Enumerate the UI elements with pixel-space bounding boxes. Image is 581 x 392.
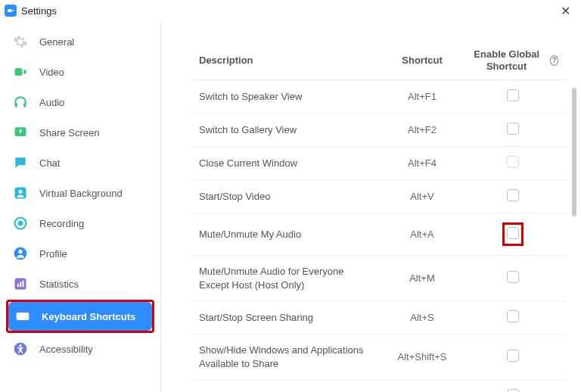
virtual-bg-icon: [12, 185, 29, 201]
sidebar-item-general[interactable]: General: [6, 27, 154, 56]
col-header-enable: Enable Global Shortcut ?: [468, 48, 558, 72]
svg-rect-11: [17, 284, 19, 287]
window-title: Settings: [21, 5, 57, 17]
sidebar-item-video[interactable]: Video: [6, 58, 154, 86]
row-description: Mute/Unmute My Audio: [199, 228, 377, 241]
row-description: Show/Hide Windows and Applications Avail…: [199, 344, 377, 370]
sidebar-item-keyboard-shortcuts[interactable]: Keyboard Shortcuts: [8, 302, 152, 331]
record-icon: [12, 215, 29, 232]
row-shortcut[interactable]: Alt+F4: [377, 157, 468, 169]
svg-rect-12: [20, 282, 21, 288]
keyboard-icon: [14, 308, 31, 325]
sidebar-item-recording[interactable]: Recording: [6, 209, 154, 238]
sidebar-item-accessibility[interactable]: Accessibility: [6, 334, 154, 363]
profile-icon: [12, 245, 29, 262]
table-row: Close Current Window Alt+F4: [191, 147, 566, 180]
table-row: Start/Stop Video Alt+V: [191, 180, 566, 213]
sidebar-item-label: Keyboard Shortcuts: [42, 311, 135, 322]
row-enable-checkbox[interactable]: [507, 310, 519, 322]
row-shortcut[interactable]: Alt+F2: [377, 124, 468, 135]
sidebar-item-label: Statistics: [39, 278, 79, 290]
gear-icon: [12, 33, 29, 50]
sidebar-item-label: General: [39, 36, 74, 48]
row-enable-checkbox[interactable]: [507, 350, 519, 362]
row-enable-checkbox[interactable]: [507, 389, 519, 392]
row-description: Start/Stop Video: [199, 190, 377, 204]
sidebar-item-label: Recording: [39, 218, 84, 229]
headphones-icon: [12, 94, 29, 110]
row-description: Switch to Speaker View: [199, 90, 377, 104]
video-icon: [12, 64, 29, 80]
svg-rect-16: [21, 315, 23, 316]
sidebar-item-label: Virtual Background: [39, 188, 123, 199]
svg-rect-19: [20, 317, 26, 319]
row-enable-checkbox[interactable]: [507, 156, 519, 168]
sidebar-item-audio[interactable]: Audio: [6, 88, 154, 117]
row-shortcut[interactable]: Alt+F1: [377, 91, 468, 102]
col-header-description: Description: [199, 54, 377, 66]
sidebar: General Video Audio Share Screen: [0, 21, 161, 392]
sidebar-item-label: Profile: [39, 248, 67, 260]
table-row: Mute/Unmute My Audio Alt+A: [191, 213, 566, 256]
row-enable-checkbox[interactable]: [507, 123, 519, 135]
col-header-shortcut: Shortcut: [377, 54, 468, 66]
row-enable-checkbox[interactable]: [507, 189, 519, 201]
svg-point-5: [19, 190, 23, 194]
table-row: Mute/Unmute Audio for Everyone Except Ho…: [191, 256, 566, 301]
sidebar-item-share-screen[interactable]: Share Screen: [6, 118, 154, 147]
svg-rect-1: [15, 103, 17, 107]
main-panel: Description Shortcut Enable Global Short…: [161, 21, 581, 392]
scrollbar[interactable]: [572, 88, 576, 378]
row-description: Close Current Window: [199, 157, 377, 170]
sidebar-item-label: Accessibility: [39, 344, 93, 355]
table-row: Switch to Speaker View Alt+F1: [191, 80, 566, 114]
row-shortcut[interactable]: Alt+M: [377, 272, 468, 284]
sidebar-item-virtual-background[interactable]: Virtual Background: [6, 179, 154, 207]
row-shortcut[interactable]: Alt+Shift+S: [377, 351, 468, 362]
row-enable-checkbox[interactable]: [507, 89, 519, 101]
sidebar-item-statistics[interactable]: Statistics: [6, 269, 154, 298]
row-shortcut[interactable]: Alt+A: [377, 229, 468, 240]
sidebar-item-label: Audio: [39, 97, 64, 108]
svg-rect-18: [26, 315, 27, 316]
svg-rect-17: [23, 315, 25, 316]
row-enable-checkbox[interactable]: [507, 227, 519, 239]
highlight-marker: [502, 222, 524, 246]
svg-rect-2: [23, 103, 26, 107]
svg-rect-15: [18, 315, 20, 316]
svg-rect-13: [23, 281, 24, 287]
accessibility-icon: [12, 341, 29, 357]
table-row: Switch to Gallery View Alt+F2: [191, 114, 566, 147]
chat-icon: [12, 154, 29, 171]
row-description: Start/Stop Screen Sharing: [199, 311, 377, 325]
row-description: Mute/Unmute Audio for Everyone Except Ho…: [199, 265, 377, 291]
sidebar-item-label: Share Screen: [39, 127, 100, 138]
close-icon[interactable]: ✕: [558, 4, 573, 18]
help-icon[interactable]: ?: [550, 55, 558, 66]
sidebar-item-label: Video: [39, 67, 64, 78]
sidebar-item-label: Chat: [39, 157, 60, 169]
row-shortcut[interactable]: Alt+S: [377, 312, 468, 323]
titlebar: Settings ✕: [0, 0, 581, 21]
svg-point-9: [18, 250, 22, 254]
scrollbar-thumb[interactable]: [572, 88, 576, 216]
statistics-icon: [12, 275, 29, 292]
row-shortcut[interactable]: Alt+V: [377, 191, 468, 202]
table-row: Pause/Resume Screen Sharing Alt+T: [191, 380, 566, 392]
app-logo-icon: [5, 5, 17, 17]
svg-rect-0: [15, 68, 23, 76]
table-header: Description Shortcut Enable Global Short…: [191, 44, 566, 79]
sidebar-item-profile[interactable]: Profile: [6, 239, 154, 268]
share-screen-icon: [12, 124, 29, 141]
table-row: Show/Hide Windows and Applications Avail…: [191, 334, 566, 380]
svg-point-7: [18, 221, 23, 226]
table-row: Start/Stop Screen Sharing Alt+S: [191, 301, 566, 334]
svg-rect-14: [17, 313, 30, 320]
svg-point-21: [19, 344, 21, 347]
row-description: Switch to Gallery View: [199, 123, 377, 137]
sidebar-item-chat[interactable]: Chat: [6, 148, 154, 177]
row-enable-checkbox[interactable]: [507, 271, 519, 283]
